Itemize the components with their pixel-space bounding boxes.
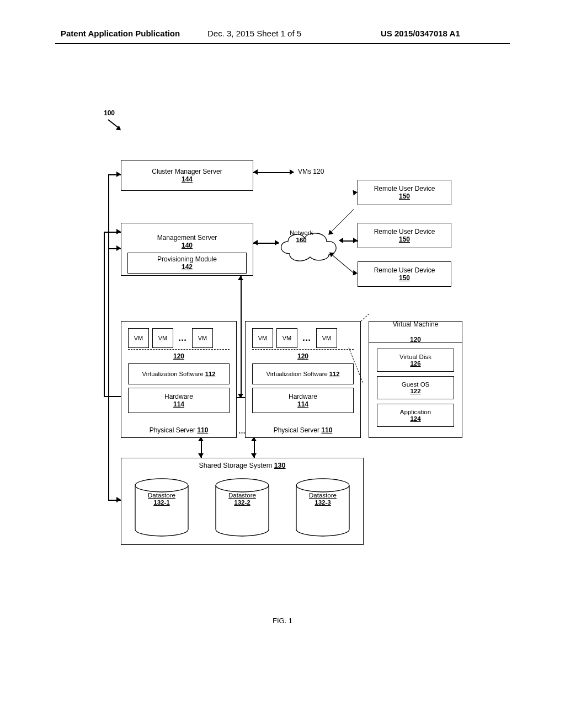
left-loop-vertical xyxy=(108,175,109,501)
rud-label: Remote User Device xyxy=(374,185,435,192)
rud-num: 150 xyxy=(399,192,410,200)
ps-cap-num: 110 xyxy=(321,426,332,434)
arrowhead-icon xyxy=(353,238,358,243)
virtualization-software-box: Virtualization Software 112 xyxy=(128,363,230,384)
provisioning-module-num: 142 xyxy=(182,263,193,271)
ref-100-arrow xyxy=(108,119,120,130)
hw-label: Hardware xyxy=(164,393,193,400)
arrow-cluster-vms xyxy=(253,172,294,173)
ps-cap-label: Physical Server xyxy=(150,426,195,434)
vm-box: VM xyxy=(316,328,337,348)
arrowhead-icon xyxy=(116,245,121,251)
ps-cap-num: 110 xyxy=(197,426,208,434)
vm-box: VM xyxy=(192,328,213,348)
vm-box: VM xyxy=(128,328,149,348)
vm-row-num: 120 xyxy=(121,352,236,360)
ds-num: 132-1 xyxy=(153,499,169,506)
physical-server-a: VM VM … VM 120 Virtualization Software 1… xyxy=(121,321,237,438)
ellipsis-label: … xyxy=(301,333,313,343)
hardware-box: Hardware 114 xyxy=(128,388,230,413)
arrowhead-icon xyxy=(253,240,258,245)
remote-user-device-2: Remote User Device 150 xyxy=(358,223,451,248)
arrow-mgmt-down xyxy=(241,276,242,398)
ds-num: 132-3 xyxy=(315,499,331,506)
virtual-machine-detail-title: Virtual Machine 120 xyxy=(369,321,462,343)
page-canvas: Patent Application Publication Dec. 3, 2… xyxy=(0,0,565,728)
provisioning-module-box: Provisioning Module 142 xyxy=(127,253,247,274)
network-num: 160 xyxy=(296,237,307,243)
header-left: Patent Application Publication xyxy=(61,29,180,38)
virtualization-software-box: Virtualization Software 112 xyxy=(252,363,354,384)
arrow-into-ps-left xyxy=(104,396,121,397)
ds-text: Datastore xyxy=(228,492,256,499)
application-num: 124 xyxy=(410,415,420,422)
virt-label: Virtualization Software xyxy=(266,371,328,377)
svg-point-2 xyxy=(296,479,349,492)
header-divider xyxy=(55,43,510,44)
vm-detail-top-label: Virtual Machine xyxy=(393,320,439,328)
svg-point-1 xyxy=(216,479,269,492)
rud-num: 150 xyxy=(399,235,410,243)
hw-num: 114 xyxy=(173,400,184,408)
vm-row: VM VM … VM xyxy=(252,328,354,348)
network-text: Network xyxy=(290,229,313,236)
rud-label: Remote User Device xyxy=(374,266,435,274)
arrowhead-icon xyxy=(116,229,121,234)
physical-server-caption: Physical Server 110 xyxy=(121,426,236,434)
hw-label: Hardware xyxy=(289,393,317,400)
arrowhead-icon xyxy=(198,437,204,441)
figure-caption: FIG. 1 xyxy=(0,617,565,625)
header-center: Dec. 3, 2015 Sheet 1 of 5 xyxy=(207,29,301,38)
header-right: US 2015/0347018 A1 xyxy=(381,29,460,38)
arrowhead-icon xyxy=(251,453,257,458)
arrowhead-icon xyxy=(198,453,204,458)
provisioning-module-label: Provisioning Module xyxy=(157,255,217,263)
datastore-2: Datastore 132-2 xyxy=(212,478,273,538)
ds-text: Datastore xyxy=(148,492,175,499)
cluster-manager-server-label: Cluster Manager Server xyxy=(152,168,222,175)
svg-point-0 xyxy=(135,479,188,492)
cluster-manager-server-box: Cluster Manager Server 144 xyxy=(121,160,253,191)
remote-user-device-1: Remote User Device 150 xyxy=(358,180,451,205)
vm-row-num: 120 xyxy=(246,352,360,360)
virt-num: 112 xyxy=(329,371,340,377)
hw-num: 114 xyxy=(297,400,308,408)
vm-detail-dash-top xyxy=(361,314,370,322)
vms-120-label: VMs 120 xyxy=(298,168,324,175)
datastore-label: Datastore 132-3 xyxy=(292,492,353,506)
virtual-disk-num: 126 xyxy=(410,360,420,367)
arrowhead-icon xyxy=(116,497,121,502)
rud-num: 150 xyxy=(399,274,410,282)
vm-row: VM VM … VM xyxy=(128,328,230,348)
guest-os-num: 122 xyxy=(410,388,420,394)
left-loop-vertical-2 xyxy=(104,232,105,397)
ps-cap-label: Physical Server xyxy=(274,426,319,434)
virtual-disk-label: Virtual Disk xyxy=(399,354,431,360)
ellipsis-label: … xyxy=(177,333,189,343)
cluster-manager-server-num: 144 xyxy=(182,175,193,183)
arrowhead-icon xyxy=(290,169,294,175)
ref-100-label: 100 xyxy=(104,109,115,117)
virt-label: Virtualization Software xyxy=(142,371,204,377)
application-box: Application 124 xyxy=(377,404,454,427)
ds-num: 132-2 xyxy=(234,499,250,506)
guest-os-box: Guest OS 122 xyxy=(377,376,454,399)
guest-os-label: Guest OS xyxy=(402,381,430,388)
vm-box: VM xyxy=(252,328,273,348)
vm-detail-top-num: 120 xyxy=(410,336,421,344)
datastore-3: Datastore 132-3 xyxy=(292,478,353,538)
management-server-num: 140 xyxy=(182,242,193,249)
vm-brace xyxy=(252,349,354,350)
virtual-machine-detail-body: Virtual Disk 126 Guest OS 122 Applicatio… xyxy=(369,343,462,438)
physical-server-b: VM VM … VM 120 Virtualization Software 1… xyxy=(245,321,361,438)
ds-text: Datastore xyxy=(309,492,337,499)
shared-storage-title: Shared Storage System 130 xyxy=(121,462,363,469)
remote-user-device-3: Remote User Device 150 xyxy=(358,261,451,287)
vm-box: VM xyxy=(152,328,173,348)
arrowhead-icon xyxy=(339,238,343,243)
virt-num: 112 xyxy=(205,371,216,377)
datastore-label: Datastore 132-1 xyxy=(131,492,192,506)
rud-label: Remote User Device xyxy=(374,228,435,235)
vm-brace xyxy=(128,349,230,350)
arrow-net-rud1 xyxy=(331,209,354,232)
